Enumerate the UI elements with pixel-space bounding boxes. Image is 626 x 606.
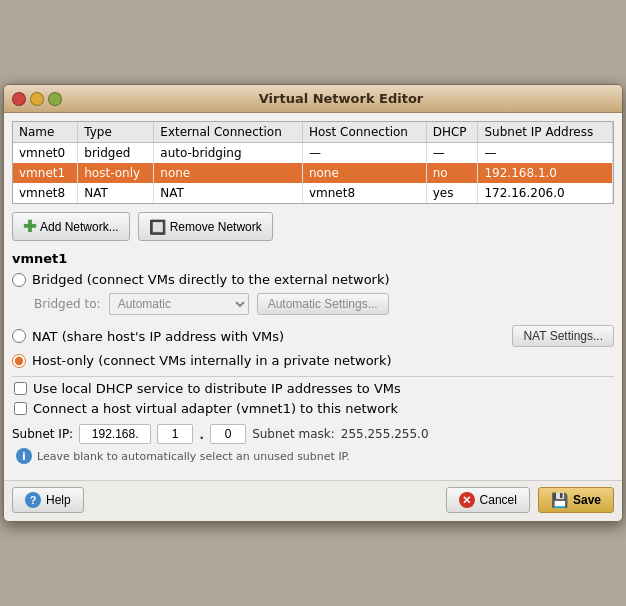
cell-external: none: [154, 163, 303, 183]
dhcp-label: Use local DHCP service to distribute IP …: [33, 381, 401, 396]
col-dhcp: DHCP: [426, 122, 478, 143]
add-network-button[interactable]: ✚ Add Network...: [12, 212, 130, 241]
nat-label: NAT (share host's IP address with VMs): [32, 329, 284, 344]
bridged-radio[interactable]: [12, 273, 26, 287]
nat-radio-row: NAT (share host's IP address with VMs) N…: [12, 325, 614, 347]
titlebar-buttons: [12, 92, 62, 106]
cell-external: auto-bridging: [154, 143, 303, 164]
col-external: External Connection: [154, 122, 303, 143]
bridged-radio-row: Bridged (connect VMs directly to the ext…: [12, 272, 614, 287]
cell-subnet: —: [478, 143, 613, 164]
subnet-ip-field-1[interactable]: [79, 424, 151, 444]
add-network-label: Add Network...: [40, 220, 119, 234]
bridged-subrow: Bridged to: Automatic Automatic Settings…: [34, 293, 614, 315]
maximize-button[interactable]: [48, 92, 62, 106]
cell-host: vmnet8: [302, 183, 426, 203]
automatic-settings-button[interactable]: Automatic Settings...: [257, 293, 389, 315]
network-action-buttons: ✚ Add Network... 🔲 Remove Network: [12, 212, 614, 241]
cell-dhcp: —: [426, 143, 478, 164]
network-type-radio-group: Bridged (connect VMs directly to the ext…: [12, 272, 614, 368]
cell-dhcp: yes: [426, 183, 478, 203]
save-icon: 💾: [551, 492, 568, 508]
bridged-to-label: Bridged to:: [34, 297, 101, 311]
cancel-icon: ✕: [459, 492, 475, 508]
help-icon: ?: [25, 492, 41, 508]
bridged-label: Bridged (connect VMs directly to the ext…: [32, 272, 390, 287]
adapter-checkbox-row: Connect a host virtual adapter (vmnet1) …: [14, 401, 614, 416]
cell-external: NAT: [154, 183, 303, 203]
info-row: i Leave blank to automatically select an…: [16, 448, 614, 464]
col-host: Host Connection: [302, 122, 426, 143]
cell-subnet: 172.16.206.0: [478, 183, 613, 203]
remove-icon: 🔲: [149, 219, 166, 235]
adapter-checkbox[interactable]: [14, 402, 27, 415]
info-icon: i: [16, 448, 32, 464]
minimize-button[interactable]: [30, 92, 44, 106]
host-only-label: Host-only (connect VMs internally in a p…: [32, 353, 392, 368]
nat-radio[interactable]: [12, 329, 26, 343]
subnet-ip-field-2[interactable]: [157, 424, 193, 444]
bottom-bar: ? Help ✕ Cancel 💾 Save: [4, 480, 622, 521]
remove-network-button[interactable]: 🔲 Remove Network: [138, 212, 273, 241]
save-label: Save: [573, 493, 601, 507]
table-row[interactable]: vmnet0bridgedauto-bridging———: [13, 143, 613, 164]
info-text: Leave blank to automatically select an u…: [37, 450, 350, 463]
cell-type: NAT: [78, 183, 154, 203]
help-label: Help: [46, 493, 71, 507]
divider: [12, 376, 614, 377]
cancel-button[interactable]: ✕ Cancel: [446, 487, 530, 513]
add-icon: ✚: [23, 217, 36, 236]
host-only-radio[interactable]: [12, 354, 26, 368]
cancel-label: Cancel: [480, 493, 517, 507]
host-only-radio-row: Host-only (connect VMs internally in a p…: [12, 353, 614, 368]
cell-type: host-only: [78, 163, 154, 183]
bridged-to-select[interactable]: Automatic: [109, 293, 249, 315]
subnet-mask-label: Subnet mask:: [252, 427, 335, 441]
cell-type: bridged: [78, 143, 154, 164]
save-button[interactable]: 💾 Save: [538, 487, 614, 513]
window-title: Virtual Network Editor: [68, 91, 614, 106]
remove-network-label: Remove Network: [170, 220, 262, 234]
subnet-mask-value: 255.255.255.0: [341, 427, 429, 441]
cell-name: vmnet8: [13, 183, 78, 203]
nat-settings-button[interactable]: NAT Settings...: [512, 325, 614, 347]
dhcp-checkbox-row: Use local DHCP service to distribute IP …: [14, 381, 614, 396]
close-button[interactable]: [12, 92, 26, 106]
cell-host: none: [302, 163, 426, 183]
titlebar: Virtual Network Editor: [4, 85, 622, 113]
cell-name: vmnet1: [13, 163, 78, 183]
main-content: Name Type External Connection Host Conne…: [4, 113, 622, 480]
subnet-ip-field-3[interactable]: [210, 424, 246, 444]
subnet-ip-label: Subnet IP:: [12, 427, 73, 441]
cell-dhcp: no: [426, 163, 478, 183]
cell-name: vmnet0: [13, 143, 78, 164]
col-type: Type: [78, 122, 154, 143]
col-subnet: Subnet IP Address: [478, 122, 613, 143]
section-title: vmnet1: [12, 251, 614, 266]
network-table-wrapper: Name Type External Connection Host Conne…: [12, 121, 614, 204]
help-button[interactable]: ? Help: [12, 487, 84, 513]
table-header-row: Name Type External Connection Host Conne…: [13, 122, 613, 143]
col-name: Name: [13, 122, 78, 143]
main-window: Virtual Network Editor Name Type Externa…: [3, 84, 623, 522]
table-row[interactable]: vmnet1host-onlynonenoneno192.168.1.0: [13, 163, 613, 183]
adapter-label: Connect a host virtual adapter (vmnet1) …: [33, 401, 398, 416]
dhcp-checkbox[interactable]: [14, 382, 27, 395]
subnet-dot: .: [199, 427, 204, 442]
table-row[interactable]: vmnet8NATNATvmnet8yes172.16.206.0: [13, 183, 613, 203]
subnet-row: Subnet IP: . Subnet mask: 255.255.255.0: [12, 424, 614, 444]
cell-host: —: [302, 143, 426, 164]
network-table: Name Type External Connection Host Conne…: [13, 122, 613, 203]
right-action-buttons: ✕ Cancel 💾 Save: [446, 487, 614, 513]
cell-subnet: 192.168.1.0: [478, 163, 613, 183]
